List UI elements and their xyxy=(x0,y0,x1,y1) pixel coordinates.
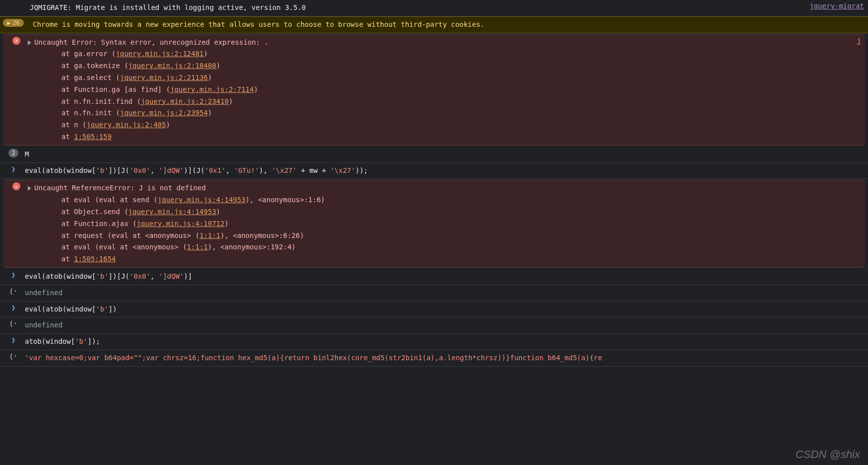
output-chevron-icon: ⟨· xyxy=(9,352,18,360)
input-code: eval(atob(window['b']) xyxy=(21,304,864,315)
string-literal: 'b' xyxy=(96,305,108,313)
error-content: Uncaught Error: Syntax error, unrecogniz… xyxy=(24,37,851,143)
row-gutter: ⟨· xyxy=(6,287,21,295)
stack-trace: at ga.error (jquery.min.js:2:12481) at g… xyxy=(28,48,851,143)
stack-trace: at eval (eval at send (jquery.min.js:4:1… xyxy=(28,194,861,265)
stack-frame: at 1:505:159 xyxy=(45,131,851,143)
row-gutter: ✕ xyxy=(9,37,24,45)
row-gutter: 2 xyxy=(6,149,21,157)
source-link[interactable]: jquery.min.js:2:7114 xyxy=(170,85,254,93)
string-literal: '0x1' xyxy=(205,166,226,174)
source-link[interactable]: jquery.min.js:2:23410 xyxy=(141,97,229,105)
console-log-row: JQMIGRATE: Migrate is installed with log… xyxy=(0,0,868,16)
log-text: JQMIGRATE: Migrate is installed with log… xyxy=(26,2,803,14)
string-literal: '\x27' xyxy=(330,166,355,174)
stack-frame: at Function.ga [as find] (jquery.min.js:… xyxy=(45,84,851,96)
console-log-row: 2M xyxy=(0,147,868,163)
stack-frame: at ga.tokenize (jquery.min.js:2:18408) xyxy=(45,60,851,72)
string-literal: 'b' xyxy=(96,272,108,280)
stack-frame: at n (jquery.min.js:2:405) xyxy=(45,119,851,131)
console-input-row[interactable]: ❯eval(atob(window['b'])[J('0x0', ']dQW')… xyxy=(0,269,868,285)
input-chevron-icon: ❯ xyxy=(11,271,15,279)
error-icon: ✕ xyxy=(12,37,20,45)
input-chevron-icon: ❯ xyxy=(11,304,15,311)
input-code: eval(atob(window['b'])[J('0x0', ']dQW')] xyxy=(21,271,864,283)
stack-frame: at Object.send (jquery.min.js:4:14953) xyxy=(45,206,861,218)
console-input-row[interactable]: ❯atob(window['b']); xyxy=(0,334,868,350)
play-icon: ▶ xyxy=(7,19,10,26)
input-code: atob(window['b']); xyxy=(21,336,864,348)
stack-frame: at ga.select (jquery.min.js:2:21136) xyxy=(45,72,851,84)
output-chevron-icon: ⟨· xyxy=(9,287,18,295)
result-text: 'var hexcase=0;var b64pad="";var chrsz=1… xyxy=(21,352,864,364)
stack-frame: at n.fn.init.find (jquery.min.js:2:23410… xyxy=(45,96,851,108)
string-literal: '\x27' xyxy=(271,166,297,174)
console-panel: JQMIGRATE: Migrate is installed with log… xyxy=(0,0,868,367)
source-link[interactable]: 1:1:1 xyxy=(187,243,208,251)
row-gutter: ❯ xyxy=(6,304,21,311)
row-gutter: ❯ xyxy=(6,336,21,344)
source-link[interactable]: 1:505:1654 xyxy=(74,255,116,263)
string-literal: 'b' xyxy=(96,166,108,174)
string-literal: '0x0' xyxy=(130,272,150,280)
input-code: eval(atob(window['b'])[J('0x0', ']dQW')]… xyxy=(21,165,864,177)
console-input-row[interactable]: ❯eval(atob(window['b'])[J('0x0', ']dQW')… xyxy=(0,163,868,179)
console-output-row: ⟨·undefined xyxy=(0,317,868,334)
source-link[interactable]: jquery.min.js:4:14953 xyxy=(158,196,246,204)
string-literal: 'GTu!' xyxy=(234,166,260,174)
stack-frame: at eval (eval at send (jquery.min.js:4:1… xyxy=(45,194,861,206)
string-literal: '0x0' xyxy=(130,166,150,174)
console-error-row: ✕Uncaught ReferenceError: J is not defin… xyxy=(3,180,865,268)
stack-frame: at 1:505:1654 xyxy=(45,253,861,265)
source-link[interactable]: jquery-migrat xyxy=(803,2,864,10)
source-link[interactable]: jquery.min.js:2:12481 xyxy=(116,50,203,58)
row-gutter: ⟨· xyxy=(6,352,21,360)
stack-frame: at Function.ajax (jquery.min.js:4:10712) xyxy=(45,218,861,230)
console-input-row[interactable]: ❯eval(atob(window['b']) xyxy=(0,302,868,318)
console-warning-row: ▶26Chrome is moving towards a new experi… xyxy=(0,16,868,33)
error-icon: ✕ xyxy=(12,182,20,190)
stack-frame: at n.fn.init (jquery.min.js:2:23954) xyxy=(45,107,851,119)
row-gutter: ⟨· xyxy=(6,319,21,327)
source-link[interactable]: 1:505:159 xyxy=(74,133,112,141)
output-chevron-icon: ⟨· xyxy=(9,319,18,327)
row-gutter: ❯ xyxy=(6,165,21,173)
source-link[interactable]: jquery.min.js:2:23954 xyxy=(120,109,208,117)
row-gutter: ❯ xyxy=(6,271,21,279)
console-error-row: ✕Uncaught Error: Syntax error, unrecogni… xyxy=(3,34,865,146)
row-gutter: ▶26 xyxy=(6,19,21,27)
row-gutter: ✕ xyxy=(9,182,24,190)
warning-text: Chrome is moving towards a new experienc… xyxy=(21,19,864,31)
repeat-count-badge: 2 xyxy=(8,149,18,157)
source-link[interactable]: jquery.min.js:2:21136 xyxy=(120,74,208,81)
source-link[interactable]: jquery.min.js:4:14953 xyxy=(129,208,216,216)
expand-arrow-icon[interactable] xyxy=(28,186,31,191)
source-link[interactable]: jquery.min.js:4:10712 xyxy=(136,220,224,228)
error-title: Uncaught ReferenceError: J is not define… xyxy=(34,184,206,192)
input-chevron-icon: ❯ xyxy=(11,336,15,344)
console-result-row: ⟨·'var hexcase=0;var b64pad="";var chrsz… xyxy=(0,350,868,367)
input-chevron-icon: ❯ xyxy=(11,165,15,173)
output-text: undefined xyxy=(21,287,864,299)
log-text: M xyxy=(21,149,864,160)
string-literal: ']dQW' xyxy=(159,272,184,280)
stack-frame: at request (eval at <anonymous> (1:1:1),… xyxy=(45,230,861,242)
string-literal: 'b' xyxy=(75,337,87,345)
source-link[interactable]: 1:1:1 xyxy=(200,232,220,239)
source-link[interactable]: jquery.min.js:2:18408 xyxy=(129,62,216,70)
expand-arrow-icon[interactable] xyxy=(28,40,31,45)
output-text: undefined xyxy=(21,319,864,331)
warning-count: 26 xyxy=(12,19,19,26)
stack-frame: at ga.error (jquery.min.js:2:12481) xyxy=(45,48,851,60)
error-title: Uncaught Error: Syntax error, unrecogniz… xyxy=(34,38,268,46)
source-link[interactable]: jquery.min.js:2:405 xyxy=(86,121,166,129)
string-literal: ']dQW' xyxy=(159,166,184,174)
stack-frame: at eval (eval at <anonymous> (1:1:1), <a… xyxy=(45,241,861,253)
error-content: Uncaught ReferenceError: J is not define… xyxy=(24,182,861,265)
source-link[interactable]: j xyxy=(851,37,861,45)
console-output-row: ⟨·undefined xyxy=(0,285,868,302)
